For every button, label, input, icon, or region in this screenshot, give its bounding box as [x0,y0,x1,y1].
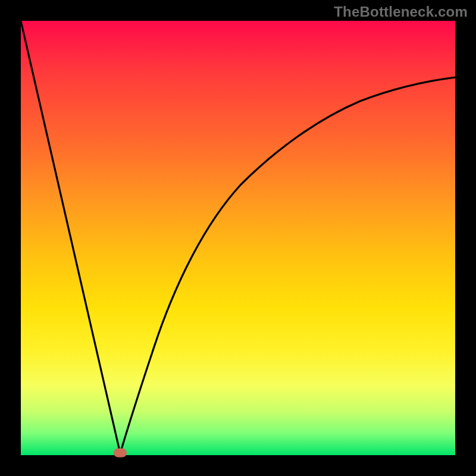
bottleneck-curve [21,21,455,453]
optimal-point-marker [114,449,127,458]
plot-area [21,21,455,455]
watermark-text: TheBottleneck.com [334,4,468,20]
chart-frame: TheBottleneck.com [0,0,476,476]
curve-layer [21,21,455,455]
